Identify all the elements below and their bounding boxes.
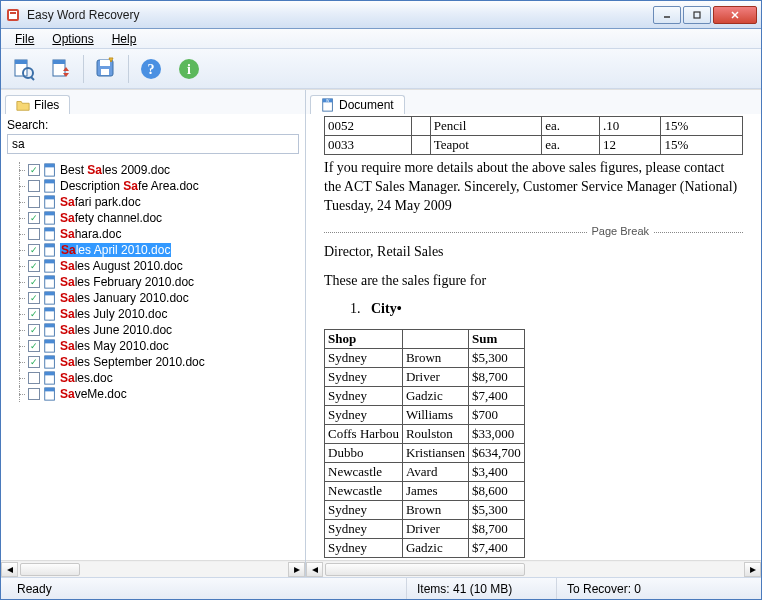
file-checkbox[interactable] — [28, 388, 40, 400]
table-cell — [412, 136, 431, 155]
file-checkbox[interactable]: ✓ — [28, 340, 40, 352]
table-cell: $3,400 — [469, 463, 525, 482]
menubar: File Options Help — [1, 29, 761, 49]
left-hscroll[interactable]: ◂ ▸ — [1, 560, 305, 577]
window-title: Easy Word Recovery — [27, 8, 653, 22]
svg-rect-33 — [45, 260, 55, 264]
scroll-left-icon[interactable]: ◂ — [306, 562, 323, 577]
search-input[interactable] — [7, 134, 299, 154]
svg-rect-4 — [694, 12, 700, 18]
scroll-thumb[interactable] — [325, 563, 525, 576]
scroll-right-icon[interactable]: ▸ — [744, 562, 761, 577]
scroll-right-icon[interactable]: ▸ — [288, 562, 305, 577]
scroll-thumb[interactable] — [20, 563, 80, 576]
file-checkbox[interactable]: ✓ — [28, 292, 40, 304]
file-label[interactable]: Sahara.doc — [60, 227, 121, 241]
file-label[interactable]: Sales May 2010.doc — [60, 339, 169, 353]
svg-rect-43 — [45, 340, 55, 344]
file-item[interactable]: ✓Sales January 2010.doc — [11, 290, 301, 306]
file-item[interactable]: Safari park.doc — [11, 194, 301, 210]
file-label[interactable]: Best Sales 2009.doc — [60, 163, 170, 177]
word-doc-icon — [43, 323, 57, 337]
folder-icon — [16, 98, 30, 112]
table-cell: Brown — [402, 501, 468, 520]
about-button[interactable]: i — [173, 53, 205, 85]
table-cell: Pencil — [430, 117, 542, 136]
file-item[interactable]: ✓Sales June 2010.doc — [11, 322, 301, 338]
close-button[interactable] — [713, 6, 757, 24]
table-cell: ea. — [542, 117, 600, 136]
file-item[interactable]: ✓Sales September 2010.doc — [11, 354, 301, 370]
file-checkbox[interactable] — [28, 228, 40, 240]
svg-rect-14 — [100, 60, 110, 66]
help-button[interactable]: ? — [135, 53, 167, 85]
file-label[interactable]: Sales August 2010.doc — [60, 259, 183, 273]
table-cell: 0033 — [325, 136, 412, 155]
scroll-left-icon[interactable]: ◂ — [1, 562, 18, 577]
file-checkbox[interactable]: ✓ — [28, 244, 40, 256]
table-cell: .10 — [599, 117, 660, 136]
file-label[interactable]: Sales January 2010.doc — [60, 291, 189, 305]
tab-document[interactable]: W Document — [310, 95, 405, 114]
file-label[interactable]: Sales April 2010.doc — [60, 243, 171, 257]
file-label[interactable]: SaveMe.doc — [60, 387, 127, 401]
file-item[interactable]: ✓Best Sales 2009.doc — [11, 162, 301, 178]
file-checkbox[interactable]: ✓ — [28, 212, 40, 224]
file-checkbox[interactable]: ✓ — [28, 164, 40, 176]
file-checkbox[interactable]: ✓ — [28, 308, 40, 320]
file-checkbox[interactable]: ✓ — [28, 276, 40, 288]
table-cell: Brown — [402, 349, 468, 368]
document-preview[interactable]: 0052Pencilea..1015%0033Teapotea.1215% If… — [306, 114, 761, 560]
file-checkbox[interactable]: ✓ — [28, 324, 40, 336]
word-doc-icon — [43, 371, 57, 385]
file-checkbox[interactable]: ✓ — [28, 356, 40, 368]
file-checkbox[interactable]: ✓ — [28, 260, 40, 272]
file-item[interactable]: ✓Sales July 2010.doc — [11, 306, 301, 322]
file-label[interactable]: Sales June 2010.doc — [60, 323, 172, 337]
file-checkbox[interactable] — [28, 180, 40, 192]
file-item[interactable]: ✓Sales April 2010.doc — [11, 242, 301, 258]
file-label[interactable]: Sales February 2010.doc — [60, 275, 194, 289]
file-checkbox[interactable] — [28, 196, 40, 208]
file-item[interactable]: SaveMe.doc — [11, 386, 301, 402]
file-item[interactable]: ✓Safety channel.doc — [11, 210, 301, 226]
file-item[interactable]: Sales.doc — [11, 370, 301, 386]
table-cell: $8,600 — [469, 482, 525, 501]
search-label: Search: — [7, 118, 299, 132]
svg-rect-2 — [10, 12, 16, 14]
file-item[interactable]: Sahara.doc — [11, 226, 301, 242]
svg-rect-49 — [45, 388, 55, 392]
tab-files[interactable]: Files — [5, 95, 70, 114]
minimize-button[interactable] — [653, 6, 681, 24]
recover-button[interactable] — [45, 53, 77, 85]
menu-options[interactable]: Options — [44, 30, 101, 48]
file-label[interactable]: Safety channel.doc — [60, 211, 162, 225]
save-button[interactable] — [90, 53, 122, 85]
svg-rect-21 — [45, 164, 55, 168]
menu-help[interactable]: Help — [104, 30, 145, 48]
preview-line: These are the sales figure for — [324, 272, 743, 291]
table-cell: James — [402, 482, 468, 501]
file-label[interactable]: Description Safe Area.doc — [60, 179, 199, 193]
app-icon — [5, 7, 21, 23]
file-item[interactable]: Description Safe Area.doc — [11, 178, 301, 194]
file-label[interactable]: Sales September 2010.doc — [60, 355, 205, 369]
file-item[interactable]: ✓Sales May 2010.doc — [11, 338, 301, 354]
file-label[interactable]: Sales July 2010.doc — [60, 307, 167, 321]
open-button[interactable] — [7, 53, 39, 85]
file-checkbox[interactable] — [28, 372, 40, 384]
word-doc-icon — [43, 339, 57, 353]
file-label[interactable]: Safari park.doc — [60, 195, 141, 209]
right-hscroll[interactable]: ◂ ▸ — [306, 560, 761, 577]
svg-rect-39 — [45, 308, 55, 312]
file-item[interactable]: ✓Sales February 2010.doc — [11, 274, 301, 290]
table-cell: Teapot — [430, 136, 542, 155]
status-ready: Ready — [7, 578, 407, 599]
maximize-button[interactable] — [683, 6, 711, 24]
file-item[interactable]: ✓Sales August 2010.doc — [11, 258, 301, 274]
file-label[interactable]: Sales.doc — [60, 371, 113, 385]
table-header: Sum — [469, 330, 525, 349]
svg-rect-12 — [53, 60, 65, 64]
table-cell: Sydney — [325, 539, 403, 558]
menu-file[interactable]: File — [7, 30, 42, 48]
